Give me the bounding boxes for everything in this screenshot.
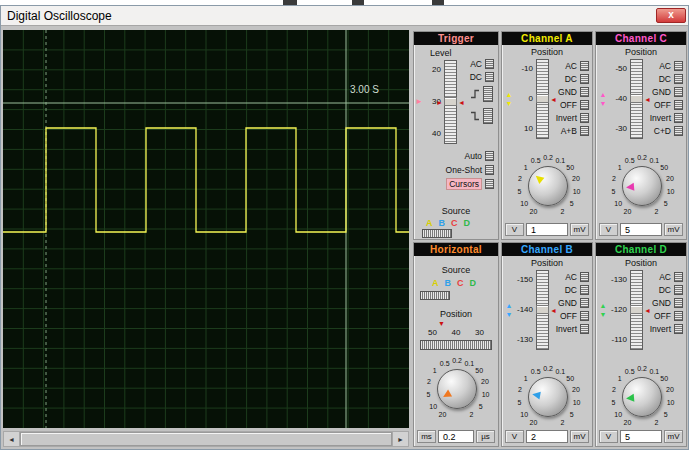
- button-one-shot[interactable]: One-Shot: [418, 163, 494, 177]
- button-gnd[interactable]: GND: [549, 296, 589, 309]
- toggle-switch[interactable]: [674, 113, 683, 123]
- button-auto[interactable]: Auto: [418, 149, 494, 163]
- channel-d-position-track[interactable]: ◄: [630, 270, 643, 350]
- horizontal-position-track[interactable]: [420, 340, 492, 350]
- scroll-right-button[interactable]: ►: [392, 432, 408, 446]
- button-ac[interactable]: AC: [643, 270, 683, 283]
- channel-b-gain-value: 2: [526, 430, 568, 443]
- scrollbar-track[interactable]: [20, 432, 392, 446]
- channel-a-position-thumb[interactable]: [536, 94, 549, 103]
- button-c-d[interactable]: C+D: [643, 124, 683, 137]
- source-channel-c[interactable]: C: [457, 278, 464, 288]
- toggle-switch[interactable]: [580, 311, 589, 321]
- button-gnd[interactable]: GND: [549, 85, 589, 98]
- toggle-switch[interactable]: [580, 298, 589, 308]
- toggle-switch[interactable]: [674, 272, 683, 282]
- scrollbar-thumb[interactable]: [20, 432, 392, 446]
- button-ac[interactable]: AC: [464, 57, 494, 70]
- button-invert[interactable]: Invert: [643, 322, 683, 335]
- toggle-switch[interactable]: [674, 100, 683, 110]
- toggle-switch[interactable]: [580, 87, 589, 97]
- toggle-switch[interactable]: [580, 272, 589, 282]
- trigger-level-thumb[interactable]: [444, 97, 457, 106]
- knob-dial[interactable]: [622, 166, 662, 206]
- knob-scale-label: 0.5: [625, 367, 635, 374]
- source-channel-b[interactable]: B: [445, 278, 452, 288]
- toggle-switch[interactable]: [580, 61, 589, 71]
- button-ac[interactable]: AC: [549, 59, 589, 72]
- button-dc[interactable]: DC: [549, 283, 589, 296]
- button-off[interactable]: OFF: [643, 309, 683, 322]
- toggle-switch[interactable]: [580, 113, 589, 123]
- window-title: Digital Oscilloscope: [7, 9, 112, 23]
- channel-c-gain-knob[interactable]: 20105210.50.20.150201052: [598, 156, 686, 218]
- toggle-switch[interactable]: [674, 311, 683, 321]
- toggle-switch[interactable]: [674, 74, 683, 84]
- channel-c-position-thumb[interactable]: [630, 94, 643, 103]
- source-channel-d[interactable]: D: [464, 218, 471, 228]
- scroll-left-button[interactable]: ◄: [4, 432, 20, 446]
- close-button[interactable]: x: [656, 8, 686, 23]
- button-gnd[interactable]: GND: [643, 85, 683, 98]
- horizontal-timebase-knob[interactable]: 20105210.50.20.150201052: [416, 359, 498, 421]
- toggle-switch[interactable]: [580, 126, 589, 136]
- button-ac[interactable]: AC: [643, 59, 683, 72]
- source-channel-a[interactable]: A: [432, 278, 439, 288]
- button-dc[interactable]: DC: [549, 72, 589, 85]
- toggle-switch[interactable]: [485, 72, 494, 82]
- source-channel-d[interactable]: D: [470, 278, 477, 288]
- button-off[interactable]: OFF: [549, 98, 589, 111]
- toggle-switch[interactable]: [580, 74, 589, 84]
- toggle-switch[interactable]: [485, 151, 494, 161]
- knob-dial[interactable]: [528, 377, 568, 417]
- toggle-switch[interactable]: [674, 298, 683, 308]
- edge-select-switch[interactable]: [483, 86, 493, 102]
- toggle-switch[interactable]: [674, 61, 683, 71]
- channel-d-position-thumb[interactable]: [630, 305, 643, 314]
- source-channel-c[interactable]: C: [451, 218, 458, 228]
- polarity-switch[interactable]: [483, 108, 493, 124]
- toggle-switch[interactable]: [580, 324, 589, 334]
- button-invert[interactable]: Invert: [549, 322, 589, 335]
- toggle-switch[interactable]: [580, 100, 589, 110]
- button-dc[interactable]: DC: [464, 70, 494, 83]
- button-off[interactable]: OFF: [549, 309, 589, 322]
- button-dc[interactable]: DC: [643, 72, 683, 85]
- toggle-switch[interactable]: [580, 285, 589, 295]
- horizontal-source-switch[interactable]: [420, 291, 450, 300]
- knob-dial[interactable]: [622, 377, 662, 417]
- toggle-switch[interactable]: [674, 324, 683, 334]
- trigger-source-switch[interactable]: [422, 229, 452, 238]
- knob-dial[interactable]: [528, 166, 568, 206]
- channel-a-position-track[interactable]: ◄: [536, 59, 549, 139]
- button-off[interactable]: OFF: [643, 98, 683, 111]
- trigger-level-slider[interactable]: 203040 ► ◄: [422, 60, 462, 144]
- channel-b-position-track[interactable]: ◄: [536, 270, 549, 350]
- source-channel-a[interactable]: A: [426, 218, 433, 228]
- button-invert[interactable]: Invert: [643, 111, 683, 124]
- toggle-switch[interactable]: [485, 59, 494, 69]
- channel-b-gain-knob[interactable]: 20105210.50.20.150201052: [504, 367, 592, 429]
- button-dc[interactable]: DC: [643, 283, 683, 296]
- channel-d-gain-knob[interactable]: 20105210.50.20.150201052: [598, 367, 686, 429]
- channel-c-position-track[interactable]: ◄: [630, 59, 643, 139]
- trigger-level-track[interactable]: ► ◄: [444, 60, 457, 144]
- button-cursors[interactable]: Cursors: [418, 177, 494, 191]
- button-invert[interactable]: Invert: [549, 111, 589, 124]
- button-ac[interactable]: AC: [549, 270, 589, 283]
- knob-dial[interactable]: [437, 369, 477, 409]
- toggle-switch[interactable]: [674, 126, 683, 136]
- button-gnd[interactable]: GND: [643, 296, 683, 309]
- channel-b-position-thumb[interactable]: [536, 305, 549, 314]
- knob-scale-label: 20: [624, 419, 632, 426]
- display-scrollbar[interactable]: ◄ ►: [3, 431, 409, 447]
- toggle-switch[interactable]: [674, 285, 683, 295]
- toggle-switch[interactable]: [485, 179, 494, 189]
- button-a-b[interactable]: A+B: [549, 124, 589, 137]
- window-titlebar[interactable]: Digital Oscilloscope x: [1, 6, 688, 26]
- level-marker-right-icon: ◄: [458, 99, 465, 106]
- channel-a-gain-knob[interactable]: 20105210.50.20.150201052: [504, 156, 592, 218]
- toggle-switch[interactable]: [674, 87, 683, 97]
- source-channel-b[interactable]: B: [439, 218, 446, 228]
- toggle-switch[interactable]: [485, 165, 494, 175]
